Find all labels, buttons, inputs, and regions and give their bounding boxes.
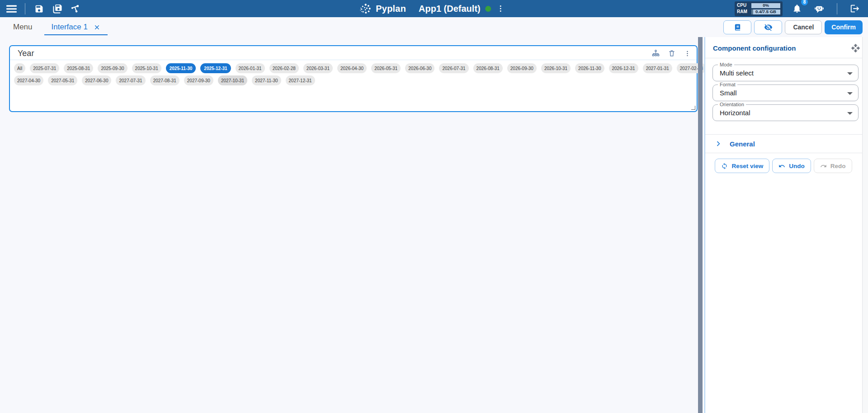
reset-view-button[interactable]: Reset view [715, 159, 769, 173]
delete-component-button[interactable] [668, 49, 676, 57]
chip[interactable]: 2026-07-31 [439, 63, 468, 73]
chip[interactable]: 2026-04-30 [337, 63, 367, 73]
bell-icon [792, 4, 802, 14]
tab-label: Interface 1 [52, 23, 88, 32]
interface-canvas: Year [0, 37, 704, 413]
chip[interactable]: 2026-06-30 [405, 63, 434, 73]
button-label: Redo [830, 163, 846, 169]
chip-row: All2025-07-312025-08-312025-09-302025-10… [14, 63, 693, 73]
cancel-button[interactable]: Cancel [785, 20, 822, 34]
chip[interactable]: 2027-04-30 [14, 75, 43, 85]
chip[interactable]: 2027-12-31 [286, 75, 315, 85]
save-icon [34, 4, 44, 14]
chip[interactable]: 2025-10-31 [132, 63, 161, 73]
ram-stat: RAM 0.4/7.5 GB [737, 9, 780, 14]
chip-selected[interactable]: 2025-12-31 [200, 63, 231, 73]
hide-preview-button[interactable] [754, 20, 782, 34]
chip[interactable]: 2026-05-31 [371, 63, 401, 73]
chip[interactable]: 2026-11-30 [575, 63, 604, 73]
chevron-down-icon [847, 72, 853, 75]
chip[interactable]: 2026-10-31 [541, 63, 571, 73]
logout-button[interactable] [847, 1, 863, 16]
cpu-stat: CPU 0% [737, 3, 780, 8]
ram-bar-fill [751, 9, 753, 14]
general-section-toggle[interactable]: General [705, 134, 868, 153]
share-nodes-button[interactable] [67, 1, 83, 16]
chevron-right-icon [714, 140, 722, 148]
move-icon[interactable] [851, 43, 860, 53]
component-menu-button[interactable] [684, 50, 691, 57]
chip[interactable]: 2026-12-31 [609, 63, 638, 73]
hamburger-menu-button[interactable] [4, 1, 19, 16]
kebab-icon [496, 4, 505, 13]
chip[interactable]: 2027-07-31 [116, 75, 145, 85]
notifications-button[interactable]: 8 [789, 1, 805, 16]
chip[interactable]: 2027-01-31 [643, 63, 672, 73]
field-value: Multi select [713, 65, 858, 81]
tab-close-icon[interactable] [94, 24, 100, 31]
orientation-select[interactable]: Orientation Horizontal [712, 104, 859, 121]
chip[interactable]: 2027-09-30 [184, 75, 213, 85]
eye-off-icon [764, 23, 773, 32]
chip[interactable]: 2027-05-31 [48, 75, 77, 85]
component-configuration-panel: Component configuration Mode Multi selec… [704, 37, 868, 413]
mode-select[interactable]: Mode Multi select [712, 65, 859, 81]
share-nodes-icon [71, 4, 80, 14]
chevron-down-icon [847, 112, 853, 115]
assistant-bot-icon [814, 3, 825, 14]
ram-value: 0.4/7.5 GB [755, 9, 776, 14]
undo-icon [778, 163, 785, 169]
chip[interactable]: All [14, 63, 25, 73]
assistant-button[interactable] [811, 1, 827, 16]
system-stats: CPU 0% RAM 0.4/7.5 GB [735, 1, 783, 16]
year-selector-component: Year [9, 45, 698, 112]
ram-bar: 0.4/7.5 GB [751, 9, 780, 14]
app-menu-kebab-button[interactable] [493, 1, 509, 16]
chip-row: 2027-04-302027-05-312027-06-302027-07-31… [14, 75, 693, 85]
chip[interactable]: 2025-09-30 [98, 63, 127, 73]
chevron-down-icon [847, 92, 853, 95]
tab-menu[interactable]: Menu [4, 17, 42, 37]
component-title: Year [18, 49, 34, 58]
chip[interactable]: 2026-09-30 [507, 63, 537, 73]
notification-badge: 8 [801, 0, 808, 5]
canvas-scrollbar[interactable] [698, 37, 703, 413]
chip[interactable]: 2027-06-30 [82, 75, 111, 85]
tab-interface-1[interactable]: Interface 1 [42, 17, 110, 37]
button-label: Reset view [731, 163, 763, 169]
tab-label: Menu [13, 23, 33, 32]
resize-handle[interactable] [691, 106, 695, 110]
field-label: Format [718, 82, 737, 88]
top-bar: Pyplan App1 (Default) CPU 0% [0, 0, 868, 17]
logout-icon [850, 4, 860, 14]
kebab-icon [684, 50, 691, 57]
chip[interactable]: 2025-07-31 [30, 63, 59, 73]
chip[interactable]: 2026-03-31 [303, 63, 333, 73]
format-select[interactable]: Format Small [712, 84, 859, 101]
hierarchy-button[interactable] [651, 49, 660, 58]
notebook-button[interactable] [723, 20, 751, 34]
component-header: Year [10, 46, 697, 60]
chip[interactable]: 2027-08-31 [150, 75, 179, 85]
chip[interactable]: 2025-08-31 [64, 63, 93, 73]
chips-area: All2025-07-312025-08-312025-09-302025-10… [10, 60, 697, 89]
chip[interactable]: 2026-01-31 [236, 63, 265, 73]
confirm-button[interactable]: Confirm [825, 20, 863, 34]
cpu-value: 0% [763, 3, 769, 8]
undo-button[interactable]: Undo [772, 159, 811, 173]
config-panel-title: Component configuration [713, 44, 851, 52]
chip[interactable]: 2027-10-31 [218, 75, 247, 85]
redo-button[interactable]: Redo [814, 159, 852, 173]
chip[interactable]: 2027-11-30 [252, 75, 281, 85]
toolbar-divider [25, 3, 25, 14]
save-button[interactable] [31, 1, 47, 16]
save-all-button[interactable] [49, 1, 65, 16]
workspace: Year [0, 37, 868, 413]
field-label: Orientation [718, 102, 746, 108]
chip[interactable]: 2026-02-28 [269, 63, 299, 73]
chip-selected[interactable]: 2025-11-30 [166, 63, 196, 73]
toolbar-divider [837, 3, 837, 14]
chip[interactable]: 2026-08-31 [473, 63, 503, 73]
sitemap-icon [651, 49, 660, 58]
book-icon [734, 23, 741, 31]
